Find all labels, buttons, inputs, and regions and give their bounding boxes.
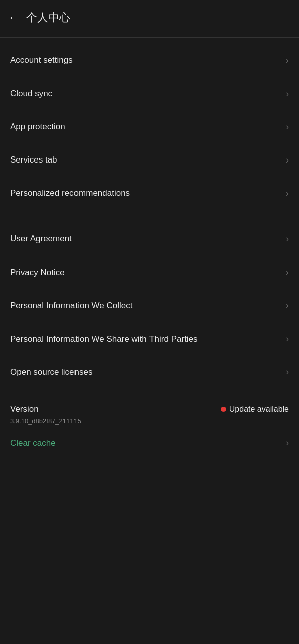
version-label: Version bbox=[10, 404, 39, 414]
menu-item-app-protection[interactable]: App protection › bbox=[0, 110, 299, 143]
menu-item-cloud-sync[interactable]: Cloud sync › bbox=[0, 77, 299, 110]
menu-item-privacy-notice[interactable]: Privacy Notice › bbox=[0, 256, 299, 289]
open-source-licenses-label: Open source licenses bbox=[10, 367, 286, 378]
services-tab-label: Services tab bbox=[10, 154, 286, 166]
page-title: 个人中心 bbox=[26, 10, 70, 25]
update-badge: Update available bbox=[221, 405, 289, 414]
privacy-notice-label: Privacy Notice bbox=[10, 267, 286, 278]
header: ← 个人中心 bbox=[0, 0, 299, 35]
personal-info-share-label: Personal Information We Share with Third… bbox=[10, 334, 286, 345]
menu-item-clear-cache[interactable]: Clear cache › bbox=[0, 429, 299, 458]
menu-item-personal-info-collect[interactable]: Personal Information We Collect › bbox=[0, 289, 299, 323]
chevron-icon: › bbox=[286, 438, 289, 448]
chevron-icon: › bbox=[286, 155, 289, 166]
menu-item-services-tab[interactable]: Services tab › bbox=[0, 143, 299, 177]
menu-item-personal-info-share[interactable]: Personal Information We Share with Third… bbox=[0, 323, 299, 356]
version-row: Version Update available bbox=[10, 404, 289, 414]
version-section: Version Update available 3.9.10_d8b2f87_… bbox=[0, 393, 299, 429]
clear-cache-label: Clear cache bbox=[10, 438, 286, 449]
version-number: 3.9.10_d8b2f87_211115 bbox=[10, 417, 289, 425]
settings-section: Account settings › Cloud sync › App prot… bbox=[0, 40, 299, 214]
chevron-icon: › bbox=[286, 55, 289, 66]
back-button[interactable]: ← bbox=[8, 12, 19, 23]
update-indicator-dot bbox=[221, 407, 226, 412]
chevron-icon: › bbox=[286, 267, 289, 278]
chevron-icon: › bbox=[286, 334, 289, 344]
divider-middle bbox=[0, 216, 299, 216]
chevron-icon: › bbox=[286, 300, 289, 311]
menu-item-open-source-licenses[interactable]: Open source licenses › bbox=[0, 356, 299, 389]
personal-info-collect-label: Personal Information We Collect bbox=[10, 300, 286, 311]
app-protection-label: App protection bbox=[10, 121, 286, 132]
cloud-sync-label: Cloud sync bbox=[10, 88, 286, 99]
chevron-icon: › bbox=[286, 188, 289, 199]
account-settings-label: Account settings bbox=[10, 55, 286, 66]
user-agreement-label: User Agreement bbox=[10, 233, 286, 245]
chevron-icon: › bbox=[286, 234, 289, 245]
chevron-icon: › bbox=[286, 367, 289, 377]
menu-item-account-settings[interactable]: Account settings › bbox=[0, 44, 299, 77]
chevron-icon: › bbox=[286, 122, 289, 132]
legal-section: User Agreement › Privacy Notice › Person… bbox=[0, 218, 299, 392]
chevron-icon: › bbox=[286, 89, 289, 99]
menu-item-personalized-recommendations[interactable]: Personalized recommendations › bbox=[0, 177, 299, 210]
personalized-recommendations-label: Personalized recommendations bbox=[10, 188, 286, 199]
menu-item-user-agreement[interactable]: User Agreement › bbox=[0, 222, 299, 256]
divider-top bbox=[0, 37, 299, 38]
update-available-text: Update available bbox=[229, 405, 289, 414]
